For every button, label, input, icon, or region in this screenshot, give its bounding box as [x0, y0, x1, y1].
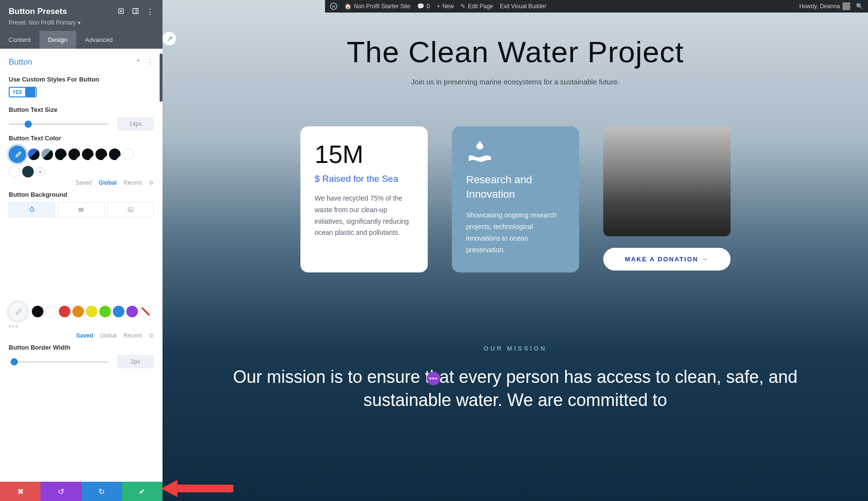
redo-button[interactable]: ↻ [81, 482, 122, 501]
swatch-white-2[interactable] [9, 166, 20, 177]
mission-label: OUR MISSION [163, 345, 868, 352]
slider-text-size[interactable] [9, 123, 108, 125]
color-picker-icon[interactable] [9, 146, 26, 163]
stat-card: 15M $ Raised for the Sea We have recycle… [300, 126, 428, 272]
section-more-icon[interactable]: ⋮ [146, 58, 154, 67]
donate-button[interactable]: MAKE A DONATION → [603, 248, 731, 271]
bg-picker-icon[interactable] [9, 302, 27, 321]
panel-title: Button Presets [9, 7, 67, 16]
tab-content[interactable]: Content [0, 31, 40, 49]
panel-tabs: Content Design Advanced [0, 31, 163, 49]
swatch-black-1[interactable] [55, 149, 67, 160]
scroll-chip-icon[interactable]: ↗ [163, 32, 176, 45]
tab-advanced[interactable]: Advanced [76, 31, 122, 49]
save-button[interactable]: ✔ [122, 482, 163, 501]
admin-howdy[interactable]: Howdy, Deanna [800, 2, 851, 10]
stat-subtitle: $ Raised for the Sea [315, 174, 413, 184]
chevron-up-icon[interactable]: ⌃ [136, 58, 141, 66]
bg-yellow[interactable] [86, 306, 97, 317]
swatch-white[interactable] [122, 149, 134, 160]
bg-green[interactable] [99, 306, 111, 317]
toggle-custom-styles[interactable]: YES [9, 87, 37, 97]
coast-photo [603, 126, 731, 236]
stat-number: 15M [315, 140, 413, 169]
mission-text: Our mission is to ensure that every pers… [163, 366, 868, 412]
legend-recent[interactable]: Recent [123, 179, 142, 186]
text-size-value[interactable]: 14px [117, 117, 154, 131]
label-use-custom: Use Custom Styles For Button [9, 76, 154, 83]
bg-orange[interactable] [72, 306, 84, 317]
swatch-gray[interactable] [41, 149, 53, 160]
arrow-right-icon: → [701, 256, 708, 263]
side-column: MAKE A DONATION → [603, 126, 731, 272]
hero-title: The Clean Water Project [163, 35, 868, 69]
label-text-color: Button Text Color [9, 135, 154, 142]
label-border-width: Button Border Width [9, 344, 154, 351]
svg-rect-2 [133, 8, 138, 14]
swatch-black-5[interactable] [109, 149, 121, 160]
float-add-icon[interactable]: ••• [427, 372, 440, 385]
settings-panel: Button Presets ⋮ Preset: Non Profit Prim… [0, 0, 163, 501]
tab-design[interactable]: Design [40, 31, 76, 49]
panel-body: Button ⌃ ⋮ Use Custom Styles For Button … [0, 49, 163, 482]
bg-tab-color[interactable] [9, 202, 55, 217]
admin-exit-vb[interactable]: Exit Visual Builder [500, 3, 546, 10]
text-color-swatches-2: + [9, 166, 154, 177]
label-text-size: Button Text Size [9, 106, 154, 113]
swatch-dark-teal[interactable] [22, 166, 34, 177]
legend-global[interactable]: Global [99, 179, 117, 186]
legend-saved[interactable]: Saved [76, 179, 92, 186]
legend-gear-icon[interactable]: ⚙ [149, 179, 154, 186]
bg-legend-saved[interactable]: Saved [76, 332, 93, 339]
section-button[interactable]: Button [9, 57, 32, 67]
bg-tab-image[interactable] [108, 202, 154, 217]
border-width-value[interactable]: 2px [117, 355, 154, 368]
expand-icon[interactable] [117, 7, 125, 15]
more-icon[interactable]: ⋮ [146, 7, 154, 16]
bg-white[interactable] [45, 306, 57, 317]
bg-red[interactable] [59, 306, 70, 317]
svg-text:W: W [332, 4, 336, 9]
wp-logo-icon[interactable]: W [330, 2, 338, 10]
admin-edit[interactable]: ✎ Edit Page [461, 3, 493, 10]
bg-black[interactable] [32, 306, 43, 317]
swatch-black-4[interactable] [95, 149, 107, 160]
swatch-blue[interactable] [28, 149, 40, 160]
stat-desc: We have recycled 75% of the waste from o… [315, 193, 413, 239]
bg-none[interactable] [140, 306, 151, 317]
research-card: Research and Innovation Showcasing ongoi… [452, 126, 579, 272]
bg-tab-gradient[interactable] [58, 202, 104, 217]
avatar [842, 2, 850, 10]
action-bar: ✖ ↺ ↻ ✔ [0, 482, 163, 501]
bg-purple[interactable] [126, 306, 138, 317]
swatch-add[interactable]: + [36, 167, 44, 176]
preview-canvas: W 🏠 Non Profit Starter Site 💬 0 + New ✎ … [163, 0, 868, 501]
cards-row: 15M $ Raised for the Sea We have recycle… [163, 126, 868, 272]
svg-rect-4 [79, 208, 84, 212]
bg-legend-recent[interactable]: Recent [123, 332, 142, 339]
bg-legend-gear-icon[interactable]: ⚙ [149, 332, 154, 339]
water-hand-icon [466, 140, 493, 162]
bg-blue[interactable] [113, 306, 124, 317]
undo-button[interactable]: ↺ [41, 482, 81, 501]
svg-point-1 [121, 10, 122, 12]
admin-comments[interactable]: 💬 0 [417, 3, 430, 10]
panel-header: Button Presets ⋮ Preset: Non Profit Prim… [0, 0, 163, 31]
discard-button[interactable]: ✖ [0, 482, 41, 501]
admin-site[interactable]: 🏠 Non Profit Starter Site [344, 3, 410, 10]
bg-color-swatches [9, 302, 154, 321]
swatch-black-3[interactable] [82, 149, 94, 160]
research-title: Research and Innovation [466, 173, 565, 201]
admin-new[interactable]: + New [436, 3, 454, 10]
slider-border-width[interactable] [9, 361, 108, 363]
more-dots-icon[interactable]: ••• [9, 323, 154, 330]
swatch-black-2[interactable] [68, 149, 80, 160]
bg-tabs [9, 202, 154, 217]
bg-legend-global[interactable]: Global [100, 332, 117, 339]
research-desc: Showcasing ongoing research projects, te… [466, 210, 565, 256]
search-icon[interactable]: 🔍 [856, 3, 863, 10]
text-color-swatches [9, 146, 154, 163]
dock-icon[interactable] [132, 7, 139, 15]
hero-subtitle: Join us in preserving marine ecosystems … [163, 78, 868, 86]
preset-dropdown[interactable]: Preset: Non Profit Primary ▾ [9, 19, 154, 26]
